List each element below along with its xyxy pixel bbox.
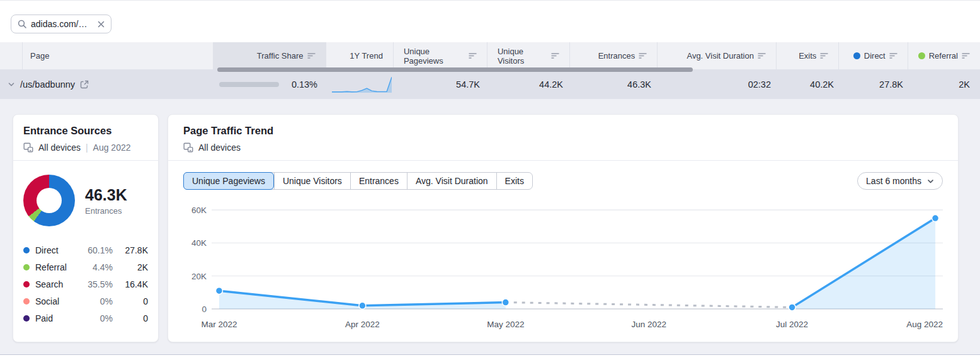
tab-exits[interactable]: Exits [496, 173, 532, 189]
sort-icon [307, 52, 316, 59]
bottom-divider [0, 354, 980, 355]
page-traffic-trend-title: Page Traffic Trend [183, 125, 943, 137]
legend-dot-icon [23, 281, 30, 287]
period-label: Aug 2022 [93, 142, 131, 153]
1y-trend-cell [328, 74, 396, 95]
tab-unique-visitors[interactable]: Unique Visitors [274, 173, 350, 189]
device-filter-label: All devices [38, 142, 81, 153]
entrance-sources-donut-chart [23, 175, 75, 226]
entrance-sources-legend: Direct 60.1% 27.8K Referral 4.4% 2K Sear… [23, 241, 148, 327]
trend-line-chart: 60K 40K 20K 0 Mar 2022 Apr 2022 May 2022… [183, 205, 943, 334]
legend-dot-icon [23, 247, 30, 253]
column-header-exits[interactable]: Exits [776, 42, 838, 69]
header-gutter-divider [22, 42, 23, 69]
expand-chevron-icon[interactable] [8, 81, 15, 88]
sort-icon [551, 52, 559, 59]
referral-cell: 2K [913, 79, 980, 90]
column-header-1y-trend: 1Y Trend [326, 42, 393, 69]
exits-cell: 40.2K [781, 79, 844, 90]
trend-chart-svg [212, 205, 943, 315]
legend-item-social: Social 0% 0 [23, 293, 148, 310]
devices-icon [183, 142, 193, 153]
legend-item-direct: Direct 60.1% 27.8K [23, 241, 148, 258]
period-dropdown[interactable]: Last 6 months [857, 172, 943, 190]
unique-pageviews-cell: 54.7K [396, 79, 490, 90]
column-header-unique-pageviews[interactable]: Unique Pageviews [393, 42, 487, 69]
column-header-page: Page [0, 42, 213, 69]
x-axis-tick: May 2022 [487, 320, 524, 329]
sort-icon [889, 52, 897, 59]
y-axis-tick: 40K [183, 238, 207, 248]
legend-item-referral: Referral 4.4% 2K [23, 258, 148, 276]
page-filter-input[interactable]: adidas.com/… [11, 15, 111, 33]
y-axis-tick: 60K [183, 206, 207, 215]
unique-visitors-cell: 44.2K [490, 79, 573, 90]
x-axis-tick: Aug 2022 [906, 320, 943, 329]
table-row[interactable]: /us/badbunny 0.13% 54.7K 44.2K 46.3K 02:… [0, 69, 980, 99]
x-axis-tick: Jul 2022 [776, 320, 808, 329]
entrances-total-label: Entrances [85, 206, 127, 216]
column-header-referral[interactable]: Referral [908, 42, 980, 69]
x-axis-tick: Apr 2022 [345, 320, 380, 329]
legend-dot-icon [23, 298, 30, 305]
external-link-icon[interactable] [80, 80, 89, 89]
direct-dot-icon [853, 52, 860, 59]
entrances-total: 46.3K [85, 186, 127, 204]
page-url-link[interactable]: /us/badbunny [20, 79, 75, 90]
entrance-sources-title: Entrance Sources [23, 125, 148, 137]
search-value: adidas.com/… [31, 19, 93, 29]
column-header-unique-visitors[interactable]: Unique Visitors [487, 42, 569, 69]
metric-tabs: Unique Pageviews Unique Visitors Entranc… [183, 172, 533, 190]
legend-item-paid: Paid 0% 0 [23, 310, 148, 327]
column-header-avg-visit-duration[interactable]: Avg. Visit Duration [657, 42, 776, 69]
sort-icon [820, 52, 828, 59]
table-header: Page Traffic Share 1Y Trend Unique Pagev… [0, 42, 980, 69]
top-bar: adidas.com/… [0, 0, 980, 42]
chevron-down-icon [927, 178, 934, 185]
traffic-share-bar [219, 82, 279, 87]
avg-visit-duration-cell: 02:32 [661, 79, 781, 90]
sort-icon [469, 52, 477, 59]
direct-cell: 27.8K [844, 79, 913, 90]
legend-dot-icon [23, 264, 30, 270]
column-header-entrances[interactable]: Entrances [569, 42, 657, 69]
traffic-share-value: 0.13% [292, 79, 317, 90]
column-header-traffic-share[interactable]: Traffic Share [213, 42, 326, 69]
content-area: Entrance Sources All devices | Aug 2022 … [0, 99, 980, 354]
y-axis-tick: 20K [183, 272, 207, 281]
legend-item-search: Search 35.5% 16.4K [23, 276, 148, 293]
clear-search-icon[interactable] [98, 21, 105, 28]
entrances-cell: 46.3K [573, 79, 661, 90]
tab-unique-pageviews[interactable]: Unique Pageviews [183, 172, 274, 190]
column-header-direct[interactable]: Direct [838, 42, 907, 69]
sparkline-chart [332, 74, 392, 95]
sort-icon [962, 52, 970, 59]
legend-dot-icon [23, 315, 30, 322]
sort-icon [758, 52, 766, 59]
entrance-sources-card: Entrance Sources All devices | Aug 2022 … [13, 114, 159, 342]
device-filter-label: All devices [198, 142, 241, 153]
horizontal-scrollbar-thumb[interactable] [217, 67, 693, 72]
page-traffic-trend-card: Page Traffic Trend All devices Unique Pa… [168, 114, 959, 342]
x-axis-tick: Jun 2022 [631, 320, 666, 329]
traffic-analytics-page: adidas.com/… Page Traffic Share 1Y Trend… [0, 0, 980, 355]
traffic-share-cell: 0.13% [214, 79, 328, 90]
x-axis-tick: Mar 2022 [201, 320, 237, 329]
tab-entrances[interactable]: Entrances [350, 173, 407, 189]
y-axis-tick: 0 [183, 305, 207, 314]
tab-avg-visit-duration[interactable]: Avg. Visit Duration [407, 173, 496, 189]
referral-dot-icon [918, 52, 925, 59]
devices-icon [23, 142, 33, 153]
page-cell: /us/badbunny [0, 79, 214, 90]
search-icon [18, 20, 26, 28]
sort-icon [639, 52, 647, 59]
